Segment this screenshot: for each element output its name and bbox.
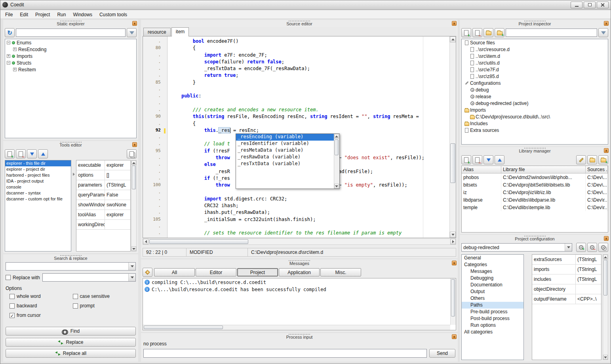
tree-item-resitem[interactable]: ResItem bbox=[5, 66, 136, 73]
tool-list-item[interactable]: dscanner - syntax bbox=[5, 190, 71, 196]
process-input-field[interactable] bbox=[143, 349, 427, 358]
project-tree-item-imports[interactable]: Imports bbox=[462, 107, 608, 113]
remove-config-button[interactable] bbox=[587, 243, 597, 252]
category-others[interactable]: Others bbox=[462, 295, 523, 302]
expand-icon[interactable] bbox=[7, 54, 10, 58]
expander-icon[interactable] bbox=[73, 173, 75, 176]
property-value[interactable]: swoNone bbox=[105, 202, 130, 208]
property-value[interactable]: (TStringL bbox=[105, 182, 130, 188]
menu-custom-tools[interactable]: Custom tools bbox=[96, 11, 131, 19]
completion-item[interactable]: _resEncoding (variable) bbox=[236, 134, 334, 141]
panel-close-icon[interactable] bbox=[452, 21, 457, 26]
panel-close-icon[interactable] bbox=[452, 261, 457, 265]
project-tree-item-src-e7f-d[interactable]: ..\src\e7F.d bbox=[462, 66, 608, 73]
completion-scrollbar[interactable] bbox=[334, 134, 339, 189]
new-tool-button[interactable] bbox=[5, 149, 15, 158]
close-button[interactable] bbox=[597, 2, 609, 8]
expand-icon[interactable] bbox=[13, 68, 17, 71]
checkbox-case-sensitive[interactable]: case sensitive bbox=[73, 293, 136, 299]
message-item[interactable]: C:\...\build\resource.d.coedit has been … bbox=[143, 286, 456, 293]
project-tree-item-src-resource-d[interactable]: ..\src\resource.d bbox=[462, 46, 608, 53]
panel-close-icon[interactable] bbox=[604, 236, 609, 241]
project-tree-item-c-dev-dproj-resource-d-build-src[interactable]: C:\Dev\dproj\resource.d\build\..\src\ bbox=[462, 113, 608, 120]
library-row[interactable]: phobosC:\Dev\dmd2\windows\lib\phob...C:\… bbox=[462, 173, 608, 181]
add-library-button[interactable] bbox=[461, 155, 471, 164]
checkbox-backward[interactable]: backward bbox=[10, 303, 73, 309]
scrollbar-thumb[interactable] bbox=[450, 143, 455, 183]
library-row[interactable]: libdparseC:\Dev\dlibs\libdparse.libC:\De… bbox=[462, 196, 608, 204]
filter-all[interactable]: All bbox=[154, 268, 195, 276]
tab-resource[interactable]: resource bbox=[143, 28, 171, 36]
property-value[interactable]: False bbox=[105, 192, 130, 198]
combo-dropdown-button[interactable] bbox=[128, 274, 135, 281]
tool-list-item[interactable]: harbored - project files bbox=[5, 172, 71, 178]
menu-project[interactable]: Project bbox=[32, 11, 53, 19]
configuration-select[interactable]: debug-redirected bbox=[461, 243, 572, 252]
property-value[interactable]: explorer bbox=[105, 212, 130, 217]
move-down-button[interactable] bbox=[483, 155, 493, 164]
column-header-sources[interactable]: Sources ... bbox=[586, 166, 608, 173]
filter-editor[interactable]: Editor bbox=[196, 268, 236, 276]
category-paths[interactable]: Paths bbox=[462, 302, 523, 309]
checkbox-whole-word[interactable]: whole word bbox=[10, 293, 73, 299]
combo-dropdown-button[interactable] bbox=[128, 263, 135, 270]
scroll-up-button[interactable] bbox=[450, 36, 456, 42]
config-grid-scrollbar[interactable] bbox=[603, 254, 608, 360]
property-value[interactable]: explorer bbox=[105, 162, 130, 168]
find-button[interactable]: Find bbox=[6, 327, 136, 335]
maximize-button[interactable] bbox=[584, 2, 596, 8]
filter-misc[interactable]: Misc. bbox=[320, 268, 361, 276]
scroll-down-button[interactable] bbox=[450, 232, 456, 238]
completion-item[interactable]: _resTxtData (variable) bbox=[236, 161, 334, 168]
checkbox-prompt[interactable]: prompt bbox=[73, 303, 136, 309]
move-up-button[interactable] bbox=[38, 149, 48, 158]
clone-config-button[interactable] bbox=[598, 243, 608, 252]
library-row[interactable]: templeC:\Dev\dlibs\temple.libC:\Dev\r... bbox=[462, 204, 608, 211]
add-file-button[interactable] bbox=[461, 28, 471, 37]
tab-item[interactable]: item bbox=[171, 27, 189, 36]
filter-project[interactable]: Project bbox=[237, 268, 278, 276]
symbol-search-input[interactable] bbox=[16, 29, 126, 37]
panel-close-icon[interactable] bbox=[604, 21, 609, 26]
column-header-alias[interactable]: Alias bbox=[462, 166, 501, 173]
clone-tool-button[interactable] bbox=[127, 149, 137, 158]
project-tree-item-src-utils-d[interactable]: ..\src\utils.d bbox=[462, 59, 608, 66]
tool-list-item[interactable]: explorer - project dir bbox=[5, 166, 71, 172]
move-down-button[interactable] bbox=[27, 149, 37, 158]
project-tree-item-debug[interactable]: debug bbox=[462, 86, 608, 93]
tree-item-resencoding[interactable]: ResEncoding bbox=[5, 46, 136, 53]
category-all-categories[interactable]: All categories bbox=[462, 329, 523, 335]
menu-edit[interactable]: Edit bbox=[16, 11, 32, 19]
category-output[interactable]: Output bbox=[462, 288, 523, 295]
refresh-button[interactable] bbox=[5, 28, 15, 37]
send-button[interactable]: Send bbox=[429, 349, 455, 358]
open-library-folder-button[interactable] bbox=[587, 155, 597, 164]
property-value[interactable]: (TStringL bbox=[576, 257, 601, 262]
menu-windows[interactable]: Windows bbox=[69, 11, 96, 19]
add-config-button[interactable] bbox=[576, 243, 586, 252]
replace-with-checkbox[interactable]: Replace with bbox=[6, 275, 40, 280]
scrollbar-thumb[interactable] bbox=[149, 239, 248, 244]
add-folder-button[interactable] bbox=[495, 28, 504, 37]
completion-item[interactable]: _resMetaData (variable) bbox=[236, 147, 334, 154]
minimize-button[interactable] bbox=[571, 2, 582, 8]
property-value[interactable]: (TStringL bbox=[576, 276, 601, 282]
property-value[interactable]: [] bbox=[105, 172, 130, 178]
remove-tool-button[interactable] bbox=[16, 149, 26, 158]
panel-close-icon[interactable] bbox=[132, 21, 137, 26]
tool-list-item[interactable]: explorer - this file dir bbox=[5, 160, 71, 166]
panel-close-icon[interactable] bbox=[604, 148, 609, 153]
project-tree-item-configurations[interactable]: Configurations bbox=[462, 80, 608, 86]
tree-item-imports[interactable]: Imports bbox=[5, 53, 136, 59]
tag-button[interactable] bbox=[143, 268, 152, 277]
project-tree-item-extra-sources[interactable]: Extra sources bbox=[462, 127, 608, 133]
column-header-library-file[interactable]: Library file bbox=[501, 166, 586, 173]
panel-close-icon[interactable] bbox=[132, 142, 137, 147]
add-library-folder-button[interactable] bbox=[598, 155, 608, 164]
replace-button[interactable]: Replace bbox=[6, 338, 136, 347]
tool-list-item[interactable]: IDA - project output bbox=[5, 178, 71, 184]
category-categories[interactable]: Categories bbox=[462, 261, 523, 268]
category-debugging[interactable]: Debugging bbox=[462, 275, 523, 282]
project-tree-item-source-files[interactable]: Source files bbox=[462, 39, 608, 46]
checkbox-from-cursor[interactable]: from cursor bbox=[10, 313, 73, 318]
